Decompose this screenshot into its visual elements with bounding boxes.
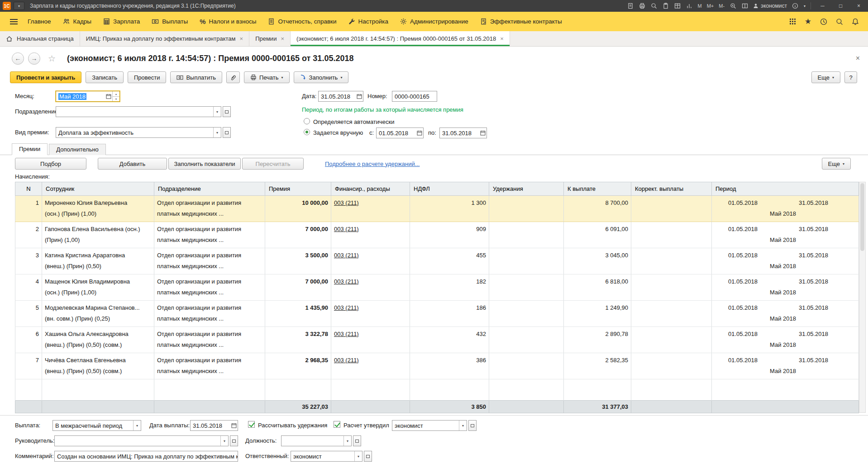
post-and-close-button[interactable]: Провести и закрыть: [10, 71, 81, 83]
cell-employee[interactable]: Модзелевская Марина Степанов...(вн. совм…: [42, 301, 154, 327]
cell-premium[interactable]: 3 322,78: [265, 327, 331, 353]
cell-withholding[interactable]: [489, 248, 564, 274]
table-row[interactable]: 1Мироненко Юлия Валерьевна(осн.) (Прин) …: [15, 196, 859, 222]
cell-payout[interactable]: 6 818,00: [564, 274, 631, 301]
forward-button[interactable]: →: [28, 52, 40, 65]
open-responsible-button[interactable]: [364, 451, 372, 462]
cell-correction[interactable]: [631, 196, 712, 222]
cell-department[interactable]: Отдел организации и развитияплатных меди…: [154, 196, 265, 222]
cell-premium[interactable]: 7 000,00: [265, 274, 331, 301]
cell-correction[interactable]: [631, 301, 712, 327]
fill-menu-button[interactable]: Заполнить▾: [294, 71, 349, 83]
cell-employee[interactable]: Чичёва Светлана Евгеньевна(внеш.) (Прин)…: [42, 353, 154, 379]
financing-link[interactable]: 003 (211): [334, 331, 359, 337]
tab-premii-content[interactable]: Премии: [12, 143, 48, 155]
cell-employee[interactable]: Катина Кристина Араратовна(внеш.) (Прин)…: [42, 248, 154, 274]
menu-item-kadry[interactable]: Кадры: [57, 12, 97, 31]
cell-financing[interactable]: 003 (211): [331, 248, 410, 274]
radio-auto[interactable]: [304, 118, 310, 124]
col-department[interactable]: Подразделение: [154, 182, 265, 196]
table-row[interactable]: 7Чичёва Светлана Евгеньевна(внеш.) (Прин…: [15, 353, 859, 379]
tab-dopolnitelno[interactable]: Дополнительно: [49, 144, 106, 155]
close-tab-icon[interactable]: ×: [281, 35, 284, 42]
cell-period[interactable]: 01.05.201831.05.2018Май 2018: [712, 196, 859, 222]
cell-ndfl[interactable]: 909: [410, 222, 489, 248]
cell-payout[interactable]: 1 249,90: [564, 301, 631, 327]
cell-withholding[interactable]: [489, 196, 564, 222]
menu-item-main[interactable]: Главное: [22, 12, 57, 31]
clipboard-icon[interactable]: [662, 3, 669, 9]
print-icon[interactable]: [639, 3, 645, 9]
cell-correction[interactable]: [631, 274, 712, 301]
cell-department[interactable]: Отдел организации и развитияплатных меди…: [154, 353, 265, 379]
position-field[interactable]: ▾: [281, 435, 352, 446]
cell-department[interactable]: Отдел организации и развитияплатных меди…: [154, 222, 265, 248]
cell-payout[interactable]: 8 700,00: [564, 196, 631, 222]
col-n[interactable]: N: [15, 182, 42, 196]
print-menu-button[interactable]: Печать▾: [244, 71, 290, 83]
cell-payout[interactable]: 6 091,00: [564, 222, 631, 248]
table-row[interactable]: 3Катина Кристина Араратовна(внеш.) (Прин…: [15, 248, 859, 274]
cell-payout[interactable]: 2 582,35: [564, 353, 631, 379]
col-ndfl[interactable]: НДФЛ: [410, 182, 489, 196]
cell-payout[interactable]: 2 890,78: [564, 327, 631, 353]
col-period[interactable]: Период: [712, 182, 859, 196]
date-field[interactable]: 31.05.2018: [318, 91, 363, 102]
dropdown-caret-icon[interactable]: ▾: [133, 421, 141, 430]
cell-employee[interactable]: Гапонова Елена Васильевна (осн.)(Прин) (…: [42, 222, 154, 248]
radio-manual[interactable]: [304, 129, 310, 135]
calendar-icon[interactable]: [230, 421, 238, 430]
responsible-field[interactable]: экономист ▾: [291, 451, 362, 462]
calc-approved-checkbox[interactable]: [334, 421, 340, 428]
cell-n[interactable]: 4: [15, 274, 42, 301]
col-payout[interactable]: К выплате: [564, 182, 631, 196]
col-employee[interactable]: Сотрудник: [42, 182, 154, 196]
cell-period[interactable]: 01.05.201831.05.2018Май 2018: [712, 327, 859, 353]
cell-department[interactable]: Отдел организации и развитияплатных меди…: [154, 301, 265, 327]
cell-department[interactable]: Отдел организации и развитияплатных меди…: [154, 327, 265, 353]
more-button[interactable]: Еще▾: [811, 71, 840, 83]
tab-imts-order[interactable]: ИМЦ: Приказ на доплату по эффективным ко…: [80, 31, 249, 46]
menu-item-nalogi[interactable]: % Налоги и взносы: [194, 12, 262, 31]
cell-financing[interactable]: 003 (211): [331, 301, 410, 327]
cell-ndfl[interactable]: 186: [410, 301, 489, 327]
cell-financing[interactable]: 003 (211): [331, 327, 410, 353]
table-row[interactable]: 5Модзелевская Марина Степанов...(вн. сов…: [15, 301, 859, 327]
col-financing[interactable]: Финансир., расходы: [331, 182, 410, 196]
menu-item-administrirovanie[interactable]: Администрирование: [394, 12, 474, 31]
financing-link[interactable]: 003 (211): [334, 304, 359, 311]
cell-period[interactable]: 01.05.201831.05.2018Май 2018: [712, 248, 859, 274]
cell-period[interactable]: 01.05.201831.05.2018Май 2018: [712, 274, 859, 301]
menu-item-nastroika[interactable]: Настройка: [343, 12, 394, 31]
payment-field[interactable]: В межрасчетный период ▾: [52, 420, 141, 431]
financing-link[interactable]: 003 (211): [334, 357, 359, 364]
comment-field[interactable]: Создан на основании ИМЦ: Приказ на допла…: [54, 451, 238, 462]
open-manager-button[interactable]: [230, 435, 238, 446]
cell-department[interactable]: Отдел организации и развитияплатных меди…: [154, 274, 265, 301]
cell-employee[interactable]: Мащенок Юлия Владимировна(осн.) (Прин) (…: [42, 274, 154, 301]
cell-n[interactable]: 3: [15, 248, 42, 274]
cell-financing[interactable]: 003 (211): [331, 353, 410, 379]
cell-correction[interactable]: [631, 353, 712, 379]
cell-withholding[interactable]: [489, 353, 564, 379]
calendar-icon[interactable]: [105, 91, 112, 101]
back-button[interactable]: ←: [12, 52, 24, 65]
pay-date-field[interactable]: 31.05.2018: [190, 420, 238, 431]
cell-withholding[interactable]: [489, 274, 564, 301]
search-icon[interactable]: [650, 3, 657, 9]
fill-indicators-button[interactable]: Заполнить показатели: [168, 158, 241, 170]
close-form-icon[interactable]: ×: [856, 54, 860, 62]
cell-period[interactable]: 01.05.201831.05.2018Май 2018: [712, 353, 859, 379]
pick-button[interactable]: Подбор: [15, 158, 86, 170]
premium-type-field[interactable]: Доплата за эффективность ▾: [56, 127, 221, 138]
table-icon[interactable]: [674, 3, 681, 9]
calendar-icon[interactable]: [355, 91, 363, 101]
scrollbar-thumb[interactable]: [860, 183, 864, 251]
cell-ndfl[interactable]: 386: [410, 353, 489, 379]
open-approver-button[interactable]: [468, 420, 477, 431]
cell-financing[interactable]: 003 (211): [331, 222, 410, 248]
cell-employee[interactable]: Хашина Ольга Александровна(внеш.) (Прин)…: [42, 327, 154, 353]
cell-financing[interactable]: 003 (211): [331, 196, 410, 222]
col-correction[interactable]: Коррект. выплаты: [631, 182, 712, 196]
col-withholding[interactable]: Удержания: [489, 182, 564, 196]
